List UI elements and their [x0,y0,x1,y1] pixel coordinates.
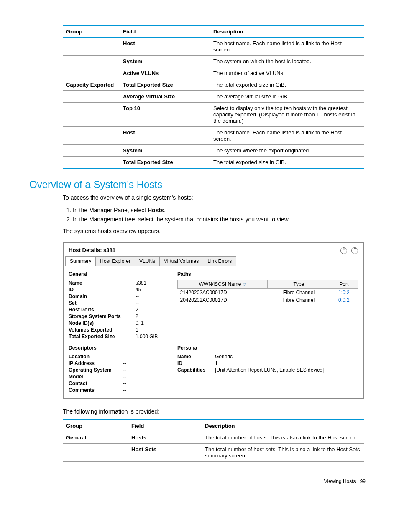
paths-table: WWN/iSCSI Name▽ Type Port 21420202AC0001… [177,280,358,304]
table-general-fields: Group Field Description GeneralHostsThe … [63,419,364,462]
paths-col-port[interactable]: Port [330,280,358,288]
footer-section: Viewing Hosts [324,478,356,484]
step-2: In the Management tree, select the syste… [73,215,370,224]
tab-summary[interactable]: Summary [65,256,96,266]
intro-text: To access the overview of a single syste… [63,194,370,202]
paths-section: Paths WWN/iSCSI Name▽ Type Port 21420202… [177,270,358,340]
col-description: Description [202,420,364,432]
port-link[interactable]: 1:0:2 [330,288,358,296]
col-field: Field [120,26,210,38]
port-link[interactable]: 0:0:2 [330,296,358,304]
tab-vluns[interactable]: VLUNs [135,256,160,266]
col-field: Field [128,420,202,432]
col-description: Description [210,26,364,38]
persona-section: Persona NameGeneric ID1 Capabilities[Uni… [177,343,358,393]
paths-row: 20420202AC00017D Fibre Channel 0:0:2 [178,296,358,304]
sort-desc-icon: ▽ [243,282,246,287]
paths-col-type[interactable]: Type [268,280,330,288]
paths-heading: Paths [177,271,358,277]
section-heading: Overview of a System's Hosts [29,179,370,190]
descriptors-heading: Descriptors [69,345,177,351]
col-group: Group [63,420,128,432]
general-heading: General [69,271,177,277]
tab-bar: Summary Host Explorer VLUNs Virtual Volu… [64,256,363,266]
tab-host-explorer[interactable]: Host Explorer [95,256,135,266]
persona-heading: Persona [177,345,358,351]
table-capacity-exported: Group Field Description HostThe host nam… [63,25,364,169]
tab-virtual-volumes[interactable]: Virtual Volumes [159,256,203,266]
host-details-panel: Host Details: s381 ˄ ˅ Summary Host Expl… [63,242,364,399]
following-line: The following information is provided: [63,408,370,416]
overview-line: The systems hosts overview appears. [63,227,370,236]
paths-col-wwn[interactable]: WWN/iSCSI Name▽ [178,280,268,288]
page-footer: Viewing Hosts 99 [29,478,370,484]
paths-row: 21420202AC00017D Fibre Channel 1:0:2 [178,288,358,296]
descriptors-section: Descriptors Location-- IP Address-- Oper… [69,343,177,393]
col-group: Group [63,26,120,38]
collapse-down-icon[interactable]: ˅ [351,247,358,254]
footer-page-number: 99 [360,478,366,484]
steps-list: In the Manager Pane, select Hosts. In th… [63,206,370,224]
panel-title: Host Details: s381 [69,247,115,253]
step-1: In the Manager Pane, select Hosts. [73,206,370,215]
collapse-up-icon[interactable]: ˄ [340,247,347,254]
tab-link-errors[interactable]: Link Errors [203,256,236,266]
general-section: General Names381 ID45 Domain-- Set-- Hos… [69,270,177,340]
